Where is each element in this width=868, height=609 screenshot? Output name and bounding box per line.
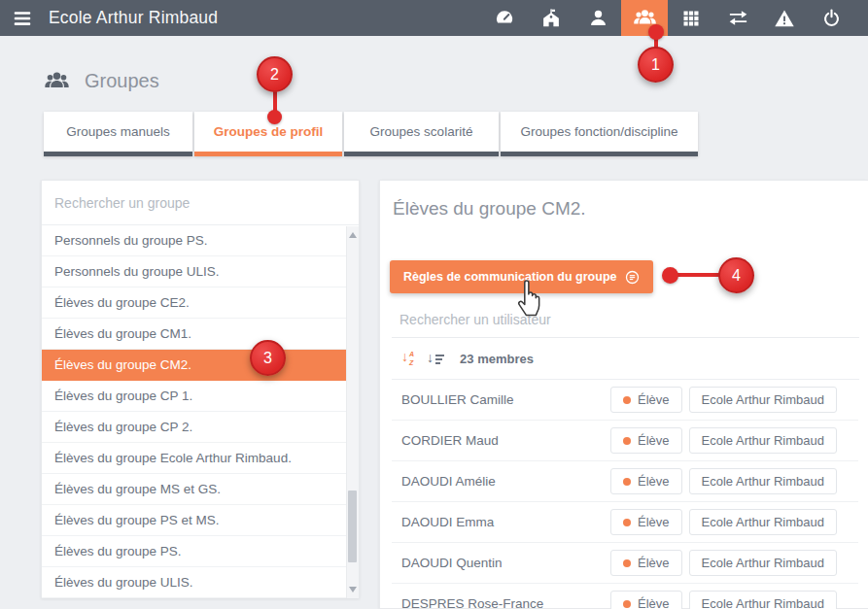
sort-arrow-glyph: ↓ [401, 350, 408, 364]
role-badge[interactable]: Élève [610, 387, 682, 413]
member-row[interactable]: BOULLIER Camille Élève Ecole Arthur Rimb… [392, 380, 858, 421]
tab-label: Groupes scolarité [370, 124, 473, 139]
user-icon[interactable] [574, 0, 621, 36]
member-search [392, 302, 859, 338]
member-name: DAOUDI Amélie [401, 474, 610, 489]
sort-arrow-glyph: ↓ [427, 351, 434, 365]
tab[interactable]: Groupes manuels [44, 112, 192, 156]
tab-label: Groupes manuels [66, 124, 170, 139]
role-dot-icon [623, 437, 631, 445]
group-item-label: Élèves du groupe CM2. [54, 357, 191, 372]
school-label: Ecole Arthur Rimbaud [702, 474, 824, 489]
school-label: Ecole Arthur Rimbaud [702, 556, 824, 570]
school-label: Ecole Arthur Rimbaud [702, 596, 824, 609]
school-badge[interactable]: Ecole Arthur Rimbaud [689, 468, 837, 494]
callout-2: 2 [257, 56, 293, 92]
callout-4: 4 [718, 257, 754, 293]
apps-grid-icon[interactable] [668, 0, 714, 36]
scrollbar[interactable] [346, 226, 359, 598]
member-row[interactable]: DAOUDI Emma Élève Ecole Arthur Rimbaud [392, 502, 858, 543]
role-badge[interactable]: Élève [610, 427, 682, 454]
school-icon[interactable] [528, 0, 574, 36]
page-title: Groupes [44, 68, 159, 94]
sort-alphabetical-icon[interactable]: ↓ AZ [401, 350, 414, 366]
group-item-label: Élèves du groupe CM1. [54, 326, 191, 341]
group-list-item[interactable]: Élèves du groupe CP 1. [42, 381, 359, 412]
scroll-up-icon[interactable] [349, 232, 357, 238]
callout-1-anchor [648, 24, 664, 40]
role-badge[interactable]: Élève [610, 550, 682, 576]
dashboard-icon[interactable] [481, 0, 528, 36]
member-search-input[interactable] [392, 302, 859, 337]
tab[interactable]: Groupes scolarité [344, 112, 499, 156]
school-badge[interactable]: Ecole Arthur Rimbaud [689, 427, 837, 454]
group-list-item[interactable]: Personnels du groupe ULIS. [42, 256, 359, 288]
group-item-label: Élèves du groupe Ecole Arthur Rimbaud. [54, 451, 292, 465]
group-list: Personnels du groupe PS.Personnels du gr… [42, 225, 359, 598]
app-header: Ecole Arthur Rimbaud [0, 0, 868, 36]
role-label: Élève [638, 596, 670, 609]
group-search-input[interactable] [42, 195, 359, 211]
callout-2-anchor [267, 110, 282, 124]
group-list-item[interactable]: Élèves du groupe MS et GS. [42, 474, 359, 505]
tab-label: Groupes de profil [214, 124, 324, 139]
group-list-item[interactable]: Élèves du groupe CM2. [42, 350, 359, 381]
group-detail-heading: Élèves du groupe CM2. [393, 198, 586, 220]
school-name-title: Ecole Arthur Rimbaud [49, 8, 218, 28]
hand-cursor-icon [512, 276, 545, 321]
role-badge[interactable]: Élève [610, 509, 682, 535]
school-label: Ecole Arthur Rimbaud [702, 392, 824, 407]
member-name: DESPRES Rose-France [401, 596, 610, 609]
school-badge[interactable]: Ecole Arthur Rimbaud [689, 509, 837, 535]
member-row[interactable]: DAOUDI Amélie Élève Ecole Arthur Rimbaud [392, 461, 858, 502]
scroll-down-icon[interactable] [349, 587, 357, 592]
page-title-label: Groupes [85, 70, 159, 92]
role-label: Élève [638, 392, 670, 407]
role-dot-icon [623, 478, 631, 486]
school-label: Ecole Arthur Rimbaud [702, 433, 824, 448]
power-icon[interactable] [808, 0, 854, 36]
role-badge[interactable]: Élève [610, 591, 682, 609]
tab-bar: Groupes manuelsGroupes de profilGroupes … [44, 112, 698, 156]
group-list-item[interactable]: Personnels du groupe PS. [42, 225, 359, 256]
group-item-label: Élèves du groupe CP 2. [54, 420, 192, 434]
school-badge[interactable]: Ecole Arthur Rimbaud [689, 550, 837, 576]
role-label: Élève [638, 474, 670, 489]
group-list-item[interactable]: Élèves du groupe PS et MS. [42, 505, 359, 536]
group-detail-panel: Élèves du groupe CM2. Règles de communic… [379, 180, 868, 609]
group-item-label: Élèves du groupe PS. [54, 544, 182, 558]
group-search [42, 181, 359, 225]
group-list-item[interactable]: Élèves du groupe ULIS. [42, 567, 359, 598]
group-list-item[interactable]: Élèves du groupe CM1. [42, 319, 359, 350]
group-item-label: Élèves du groupe CE2. [54, 295, 190, 310]
school-badge[interactable]: Ecole Arthur Rimbaud [689, 591, 837, 609]
communication-rules-label: Règles de communication du groupe [403, 270, 616, 284]
member-name: DAOUDI Quentin [401, 556, 610, 570]
scrollbar-thumb[interactable] [348, 491, 357, 562]
member-row[interactable]: DESPRES Rose-France Élève Ecole Arthur R… [392, 584, 858, 609]
member-row[interactable]: CORDIER Maud Élève Ecole Arthur Rimbaud [392, 421, 858, 461]
group-list-panel: Personnels du groupe PS.Personnels du gr… [41, 180, 360, 598]
group-list-item[interactable]: Élèves du groupe CP 2. [42, 412, 359, 443]
school-badge[interactable]: Ecole Arthur Rimbaud [689, 387, 837, 413]
group-list-item[interactable]: Élèves du groupe CE2. [42, 288, 359, 319]
role-dot-icon [623, 559, 631, 567]
alert-icon[interactable] [761, 0, 808, 36]
group-list-item[interactable]: Élèves du groupe PS. [42, 536, 359, 567]
callout-1: 1 [638, 47, 674, 83]
group-item-label: Personnels du groupe PS. [54, 233, 208, 248]
transfer-icon[interactable] [714, 0, 761, 36]
member-name: CORDIER Maud [401, 433, 610, 448]
group-list-item[interactable]: Élèves du groupe Ecole Arthur Rimbaud. [42, 443, 359, 474]
members-count: 23 membres [460, 352, 534, 366]
groups-icon [44, 68, 70, 94]
menu-hamburger-icon[interactable] [0, 0, 45, 36]
sort-amount-icon[interactable]: ↓ [427, 351, 444, 365]
member-row[interactable]: DAOUDI Quentin Élève Ecole Arthur Rimbau… [392, 543, 858, 584]
tab[interactable]: Groupes fonction/discipline [501, 112, 698, 156]
role-dot-icon [623, 396, 631, 404]
tab-label: Groupes fonction/discipline [520, 124, 677, 139]
group-item-label: Élèves du groupe CP 1. [54, 389, 192, 403]
role-badge[interactable]: Élève [610, 468, 682, 494]
group-item-label: Personnels du groupe ULIS. [54, 264, 220, 279]
